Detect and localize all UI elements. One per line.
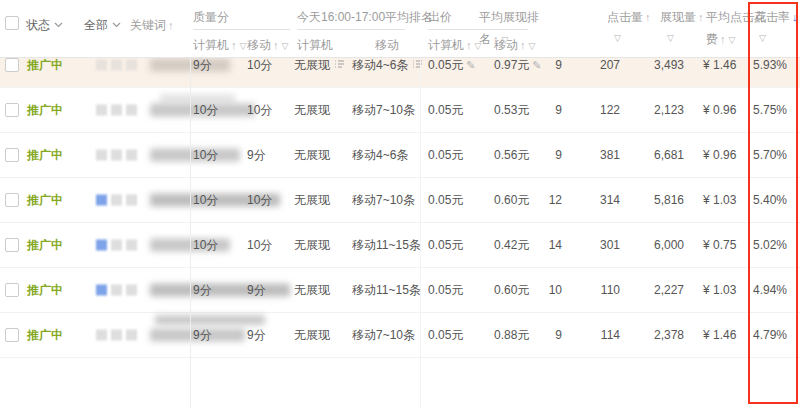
table-row: 推广中 10分 10分 无展现 移动7~10条 0.05元 0.53元 9 12… [0,88,800,133]
column-ctr[interactable]: 点击率↓ [754,9,798,26]
column-avg-rank[interactable]: 名↑▽ [479,31,508,48]
filter-icon[interactable]: ▽ [729,35,736,45]
avg-cost-cell: ¥ 1.03 [703,283,743,297]
avg-cost-cell: ¥ 1.46 [703,328,743,342]
sort-up-icon: ↑ [493,33,499,45]
rank-list-icon[interactable] [334,59,345,70]
sort-up-icon: ↑ [466,39,472,51]
row-checkbox[interactable] [5,103,19,117]
ctr-cell: 5.75% [753,103,793,117]
ctr-cell: 5.02% [753,238,793,252]
table-row: 推广中 10分 9分 无展现 移动4~6条 0.05元 0.56元 9 381 … [0,133,800,178]
group-quality-score: 质量分 [193,9,229,26]
status-badge: 推广中 [27,237,63,254]
redacted-tag [126,195,137,206]
status-filter-label: 状态 [26,18,50,32]
filter-icon[interactable]: ▽ [667,33,674,43]
bid-mobile-value: 0.97元 [494,58,529,72]
rank-mobile-cell: 移动11~15条 [352,282,428,299]
column-qs-mobile[interactable]: 移动↑▽ [247,37,288,54]
bid-computer-cell: 0.05元✎ [428,57,480,74]
group-today-avg-rank: 今天16:00-17:00平均排名 [297,9,433,26]
filter-icon[interactable]: ▽ [529,41,536,51]
avg-cost-cell: ¥ 0.96 [703,148,743,162]
rank-mobile-cell: 移动4~6条 [352,57,428,74]
status-badge: 推广中 [27,57,63,74]
column-impressions[interactable]: 展现量↑ [660,9,704,26]
avg-rank-cell: 9 [530,148,562,162]
rank-computer-cell: 无展现 [294,237,358,254]
bid-computer-cell: 0.05元 [428,147,480,164]
avg-cost-cell: ¥ 1.03 [703,193,743,207]
rank-list-icon[interactable] [412,59,423,70]
impressions-cell: 6,000 [642,238,684,252]
column-bid-computer[interactable]: 计算机↑▽ [428,37,481,54]
clicks-cell: 114 [586,328,620,342]
clicks-cell: 110 [586,283,620,297]
redacted-tag [96,60,107,71]
row-checkbox[interactable] [5,193,19,207]
filter-icon[interactable]: ▽ [614,33,621,43]
select-all-checkbox[interactable] [5,16,19,30]
filter-icon[interactable]: ▽ [502,35,509,45]
sort-up-icon: ↑ [520,39,526,51]
redacted-tag-blue [96,195,107,206]
rank-mobile-cell: 移动7~10条 [352,102,428,119]
edit-bid-icon[interactable]: ✎ [466,59,475,71]
table-header: 状态 全部 关键词↑ 质量分 今天16:00-17:00平均排名 出价 计算机↑… [0,0,800,58]
redacted-tag [96,330,107,341]
sort-up-icon: ↑ [168,19,174,31]
avg-rank-label: 名 [479,32,491,46]
table-row: 推广中 10分 10分 无展现 移动11~15条 0.05元 0.42元 14 … [0,223,800,268]
table-row: 推广中 9分 9分 无展现 移动11~15条 0.05元 0.60元 10 11… [0,268,800,313]
status-filter[interactable]: 状态 [26,17,63,34]
rank-computer-cell: 无展现 [294,192,358,209]
avg-cost-cell: ¥ 0.96 [703,103,743,117]
column-rank-mobile: 移动 [375,37,399,54]
all-filter-label: 全部 [84,18,108,32]
sort-up-icon: ↑ [698,11,704,23]
qs-mobile-cell: 9分 [247,147,293,164]
qs-mobile-cell: 9分 [247,282,293,299]
table-row: 推广中 10分 10分 无展现 移动7~10条 0.05元 0.60元 12 3… [0,178,800,223]
qs-computer-cell: 10分 [193,192,243,209]
filter-icon[interactable]: ▽ [282,41,289,51]
filter-icon[interactable]: ▽ [759,33,766,43]
qs-computer-cell: 10分 [193,147,243,164]
filter-icon[interactable]: ▽ [240,41,247,51]
bid-computer-cell: 0.05元 [428,102,480,119]
avg-rank-cell: 9 [530,103,562,117]
row-checkbox[interactable] [5,58,19,72]
bid-computer-cell: 0.05元 [428,327,480,344]
redacted-tag [126,330,137,341]
redacted-tag [111,60,122,71]
row-checkbox[interactable] [5,328,19,342]
column-rank-computer: 计算机 [297,37,333,54]
redacted-tag [111,195,122,206]
row-checkbox[interactable] [5,148,19,162]
clicks-cell: 301 [586,238,620,252]
column-qs-computer[interactable]: 计算机↑▽ [193,37,246,54]
avg-cost-cell: ¥ 1.46 [703,58,743,72]
rank-computer-cell: 无展现 [294,282,358,299]
redacted-tag [126,285,137,296]
rank-mobile-cell: 移动4~6条 [352,147,428,164]
status-badge: 推广中 [27,147,63,164]
qs-computer-cell: 10分 [193,102,243,119]
clicks-cell: 122 [586,103,620,117]
row-checkbox[interactable] [5,238,19,252]
avg-rank-cell: 14 [530,238,562,252]
status-badge: 推广中 [27,192,63,209]
all-filter[interactable]: 全部 [84,17,121,34]
column-keyword[interactable]: 关键词↑ [130,17,174,34]
redacted-tag [111,330,122,341]
sort-up-icon: ↑ [645,11,651,23]
row-checkbox[interactable] [5,283,19,297]
ctr-label: 点击率 [754,10,790,24]
qs-computer-cell: 9分 [193,57,243,74]
rank-computer-cell: 无展现 [294,102,358,119]
column-avg-cost[interactable]: 费↑▽ [706,31,735,48]
qs-mobile-cell: 9分 [247,327,293,344]
rank-mobile-cell: 移动7~10条 [352,192,428,209]
column-clicks[interactable]: 点击量↑ [607,9,651,26]
